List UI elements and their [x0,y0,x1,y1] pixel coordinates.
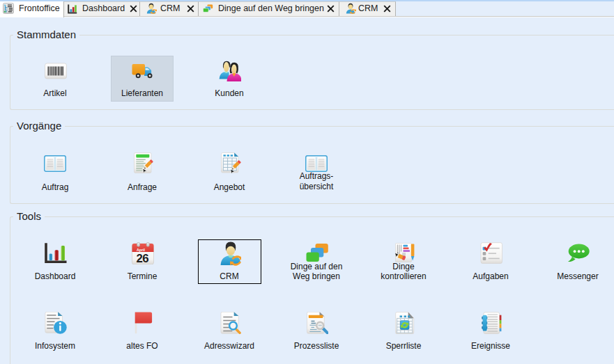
svg-text:April: April [137,248,145,252]
svg-text:26: 26 [136,252,148,264]
